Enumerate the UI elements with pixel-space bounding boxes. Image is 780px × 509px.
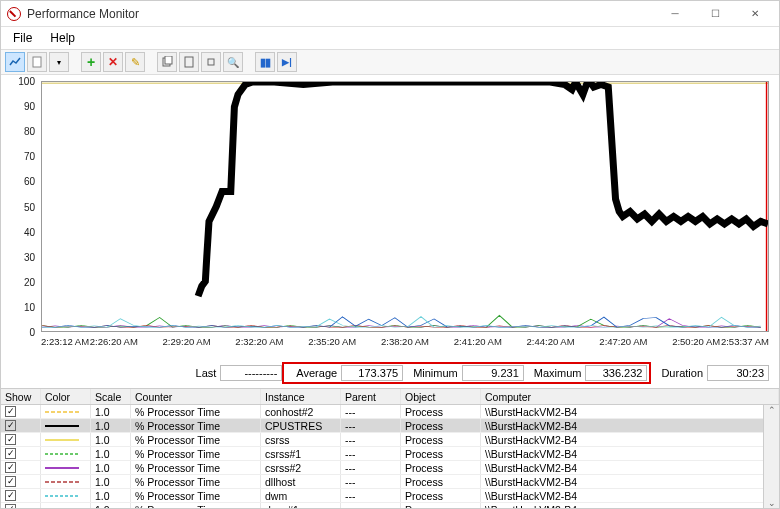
duration-value: 30:23	[707, 365, 769, 381]
grid-header[interactable]: Show Color Scale Counter Instance Parent…	[1, 389, 779, 405]
cell-object: Process	[401, 475, 481, 488]
hdr-computer[interactable]: Computer	[481, 389, 779, 404]
cell-computer: \\BurstHackVM2-B4	[481, 419, 779, 432]
duration-label: Duration	[661, 367, 703, 379]
hdr-object[interactable]: Object	[401, 389, 481, 404]
color-swatch	[41, 461, 91, 474]
maximize-button[interactable]: ☐	[695, 3, 735, 25]
cell-parent: ---	[341, 503, 401, 508]
hdr-show[interactable]: Show	[1, 389, 41, 404]
cell-counter: % Processor Time	[131, 461, 261, 474]
y-tick: 10	[24, 301, 35, 312]
show-checkbox[interactable]: ✓	[5, 406, 16, 417]
cell-scale: 1.0	[91, 461, 131, 474]
menu-help[interactable]: Help	[46, 29, 79, 47]
toolbar: ▾ + ✕ ✎ 🔍 ▮▮ ▶|	[1, 49, 779, 75]
cell-object: Process	[401, 433, 481, 446]
properties-button[interactable]	[201, 52, 221, 72]
x-tick: 2:29:20 AM	[163, 336, 211, 347]
cell-counter: % Processor Time	[131, 489, 261, 502]
maximum-value: 336.232	[585, 365, 647, 381]
svg-rect-2	[165, 56, 172, 64]
y-tick: 20	[24, 276, 35, 287]
y-tick: 60	[24, 176, 35, 187]
table-row[interactable]: ✓1.0% Processor TimeCPUSTRES---Process\\…	[1, 419, 779, 433]
menubar: File Help	[1, 27, 779, 49]
table-row[interactable]: ✓1.0% Processor Timedllhost---Process\\B…	[1, 475, 779, 489]
cell-scale: 1.0	[91, 433, 131, 446]
vertical-scrollbar[interactable]: ⌃⌄	[763, 405, 779, 508]
cell-instance: conhost#2	[261, 405, 341, 418]
x-tick: 2:50:20 AM	[672, 336, 720, 347]
table-row[interactable]: ✓1.0% Processor Timecsrss#2---Process\\B…	[1, 461, 779, 475]
page-button[interactable]	[27, 52, 47, 72]
y-tick: 90	[24, 101, 35, 112]
show-checkbox[interactable]: ✓	[5, 504, 16, 508]
show-checkbox[interactable]: ✓	[5, 448, 16, 459]
show-checkbox[interactable]: ✓	[5, 434, 16, 445]
table-row[interactable]: ✓1.0% Processor Timedwm#1---Process\\Bur…	[1, 503, 779, 508]
x-tick: 2:44:20 AM	[527, 336, 575, 347]
delete-counter-button[interactable]: ✕	[103, 52, 123, 72]
color-swatch	[41, 503, 91, 508]
hdr-scale[interactable]: Scale	[91, 389, 131, 404]
copy-button[interactable]	[157, 52, 177, 72]
menu-file[interactable]: File	[9, 29, 36, 47]
hdr-parent[interactable]: Parent	[341, 389, 401, 404]
print-button[interactable]: ▾	[49, 52, 69, 72]
y-tick: 0	[29, 327, 35, 338]
cell-computer: \\BurstHackVM2-B4	[481, 503, 779, 508]
x-tick: 2:26:20 AM	[90, 336, 138, 347]
cell-instance: dwm#1	[261, 503, 341, 508]
table-row[interactable]: ✓1.0% Processor Timecsrss---Process\\Bur…	[1, 433, 779, 447]
cell-scale: 1.0	[91, 503, 131, 508]
cell-parent: ---	[341, 447, 401, 460]
cell-scale: 1.0	[91, 405, 131, 418]
plot[interactable]	[41, 81, 769, 332]
show-checkbox[interactable]: ✓	[5, 476, 16, 487]
color-swatch	[41, 433, 91, 446]
hdr-counter[interactable]: Counter	[131, 389, 261, 404]
color-swatch	[41, 447, 91, 460]
cell-parent: ---	[341, 419, 401, 432]
minimum-label: Minimum	[413, 367, 458, 379]
color-swatch	[41, 405, 91, 418]
x-tick: 2:53:37 AM	[721, 336, 769, 347]
y-tick: 80	[24, 126, 35, 137]
close-button[interactable]: ✕	[735, 3, 775, 25]
cell-scale: 1.0	[91, 475, 131, 488]
cell-scale: 1.0	[91, 447, 131, 460]
grid-body: ✓1.0% Processor Timeconhost#2---Process\…	[1, 405, 779, 508]
table-row[interactable]: ✓1.0% Processor Timecsrss#1---Process\\B…	[1, 447, 779, 461]
show-checkbox[interactable]: ✓	[5, 490, 16, 501]
hdr-instance[interactable]: Instance	[261, 389, 341, 404]
average-label: Average	[296, 367, 337, 379]
cell-computer: \\BurstHackVM2-B4	[481, 405, 779, 418]
window-title: Performance Monitor	[27, 7, 139, 21]
x-tick: 2:38:20 AM	[381, 336, 429, 347]
titlebar[interactable]: Performance Monitor ─ ☐ ✕	[1, 1, 779, 27]
add-counter-button[interactable]: +	[81, 52, 101, 72]
cell-parent: ---	[341, 489, 401, 502]
table-row[interactable]: ✓1.0% Processor Timedwm---Process\\Burst…	[1, 489, 779, 503]
hdr-color[interactable]: Color	[41, 389, 91, 404]
highlight-button[interactable]: ✎	[125, 52, 145, 72]
cell-computer: \\BurstHackVM2-B4	[481, 489, 779, 502]
paste-button[interactable]	[179, 52, 199, 72]
stats-bar: Last --------- Average 173.375 Minimum 9…	[1, 356, 779, 388]
svg-rect-3	[185, 57, 193, 67]
update-button[interactable]: ▶|	[277, 52, 297, 72]
minimize-button[interactable]: ─	[655, 3, 695, 25]
freeze-button[interactable]: ▮▮	[255, 52, 275, 72]
show-checkbox[interactable]: ✓	[5, 462, 16, 473]
table-row[interactable]: ✓1.0% Processor Timeconhost#2---Process\…	[1, 405, 779, 419]
cell-counter: % Processor Time	[131, 433, 261, 446]
cell-computer: \\BurstHackVM2-B4	[481, 433, 779, 446]
view-graph-button[interactable]	[5, 52, 25, 72]
cell-computer: \\BurstHackVM2-B4	[481, 447, 779, 460]
cell-counter: % Processor Time	[131, 503, 261, 508]
show-checkbox[interactable]: ✓	[5, 420, 16, 431]
app-icon	[7, 7, 21, 21]
zoom-button[interactable]: 🔍	[223, 52, 243, 72]
y-tick: 50	[24, 201, 35, 212]
